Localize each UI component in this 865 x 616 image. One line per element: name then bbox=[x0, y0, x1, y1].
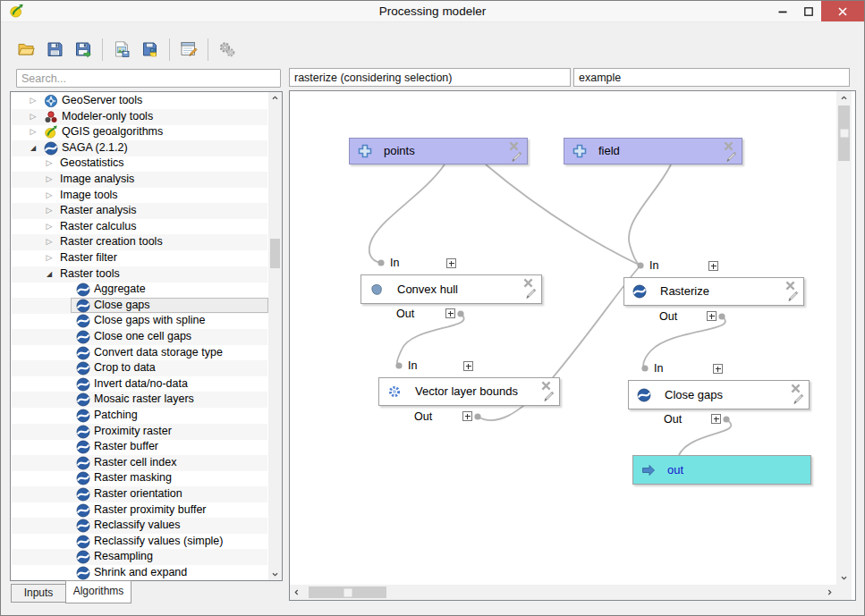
save-as-python-script-button[interactable] bbox=[139, 38, 162, 61]
chevron-right-icon[interactable] bbox=[826, 588, 834, 596]
tree-item-resampling[interactable]: Resampling bbox=[12, 549, 267, 565]
tree-item-modeler-only-tools[interactable]: ▷Modeler-only tools bbox=[12, 109, 267, 125]
tree-item-raster-cell-index[interactable]: Raster cell index bbox=[12, 455, 267, 471]
model-node-close-gaps[interactable]: Close gaps bbox=[628, 380, 810, 409]
tree-item-geoserver-tools[interactable]: ▷GeoServer tools bbox=[12, 93, 267, 109]
tree-item-close-gaps[interactable]: Close gaps bbox=[12, 298, 267, 314]
search-input[interactable] bbox=[16, 69, 281, 88]
expander-collapsed-icon[interactable]: ▷ bbox=[44, 204, 55, 217]
edit-node-icon[interactable] bbox=[525, 288, 537, 300]
tree-item-image-tools[interactable]: ▷Image tools bbox=[12, 188, 267, 204]
tab-algorithms[interactable]: Algorithms bbox=[65, 580, 131, 603]
tab-inputs[interactable]: Inputs bbox=[11, 584, 66, 603]
chevron-left-icon[interactable] bbox=[293, 588, 301, 596]
tree-item-raster-creation-tools[interactable]: ▷Raster creation tools bbox=[12, 234, 267, 250]
edit-node-icon[interactable] bbox=[725, 151, 737, 163]
tree-item-crop-to-data[interactable]: Crop to data bbox=[12, 360, 267, 376]
tree-item-raster-calculus[interactable]: ▷Raster calculus bbox=[12, 219, 267, 235]
tree-item-saga-2-1-2[interactable]: ◢SAGA (2.1.2) bbox=[12, 140, 267, 156]
chevron-up-icon[interactable] bbox=[271, 94, 279, 102]
tree-item-raster-proximity-buffer[interactable]: Raster proximity buffer bbox=[12, 502, 267, 519]
tree-item-close-one-cell-gaps[interactable]: Close one cell gaps bbox=[12, 329, 267, 345]
expander-collapsed-icon[interactable]: ▷ bbox=[28, 110, 38, 123]
save-model-button[interactable] bbox=[43, 38, 66, 61]
expander-collapsed-icon[interactable]: ▷ bbox=[28, 94, 38, 107]
delete-node-icon[interactable] bbox=[523, 278, 533, 288]
model-node-field[interactable]: field bbox=[564, 138, 742, 165]
delete-node-icon[interactable] bbox=[541, 381, 551, 391]
tree-item-aggregate[interactable]: Aggregate bbox=[12, 282, 267, 298]
tree-item-shrink-and-expand[interactable]: Shrink and expand bbox=[12, 565, 267, 581]
scrollbar-corner bbox=[836, 585, 852, 600]
tree-scrollbar-thumb[interactable] bbox=[270, 239, 280, 268]
expand-io-icon[interactable] bbox=[711, 414, 721, 424]
edit-node-icon[interactable] bbox=[787, 291, 799, 302]
tree-item-raster-buffer[interactable]: Raster buffer bbox=[12, 439, 267, 455]
expander-collapsed-icon[interactable]: ▷ bbox=[44, 173, 55, 186]
delete-node-icon[interactable] bbox=[724, 141, 734, 151]
model-node-points[interactable]: points bbox=[349, 138, 528, 165]
tree-item-proximity-raster[interactable]: Proximity raster bbox=[12, 424, 267, 440]
delete-node-icon[interactable] bbox=[509, 141, 519, 151]
edit-model-help-button[interactable] bbox=[177, 38, 200, 61]
canvas-vertical-scrollbar[interactable] bbox=[836, 91, 852, 585]
expander-collapsed-icon[interactable]: ▷ bbox=[44, 220, 55, 233]
tree-item-image-analysis[interactable]: ▷Image analysis bbox=[12, 172, 267, 188]
canvas-horizontal-scrollbar[interactable] bbox=[290, 585, 836, 600]
tree-item-raster-masking[interactable]: Raster masking bbox=[12, 470, 267, 486]
edit-node-icon[interactable] bbox=[793, 393, 804, 405]
export-as-image-button[interactable] bbox=[110, 38, 133, 61]
tree-item-convert-data-storage-type[interactable]: Convert data storage type bbox=[12, 345, 267, 361]
model-canvas[interactable]: pointsfieldInConvex hullOutInRasterizeOu… bbox=[289, 90, 856, 601]
tree-item-geostatistics[interactable]: ▷Geostatistics bbox=[12, 156, 267, 172]
tree-item-reclassify-values[interactable]: Reclassify values bbox=[12, 518, 267, 534]
save-model-as-button[interactable] bbox=[72, 38, 95, 61]
model-node-convex-hull[interactable]: Convex hull bbox=[360, 274, 542, 304]
expander-collapsed-icon[interactable]: ▷ bbox=[44, 189, 55, 202]
model-node-rasterize[interactable]: Rasterize bbox=[623, 277, 804, 306]
edit-node-icon[interactable] bbox=[511, 151, 522, 163]
tree-item-raster-orientation[interactable]: Raster orientation bbox=[12, 486, 267, 502]
expander-collapsed-icon[interactable]: ▷ bbox=[44, 156, 55, 170]
expand-io-icon[interactable] bbox=[445, 308, 455, 318]
tree-item-raster-filter[interactable]: ▷Raster filter bbox=[12, 250, 267, 266]
model-group-input[interactable] bbox=[573, 68, 850, 87]
expander-collapsed-icon[interactable]: ▷ bbox=[44, 251, 55, 265]
edit-node-icon[interactable] bbox=[543, 391, 555, 402]
canvas-hscroll-thumb[interactable] bbox=[309, 586, 386, 598]
tree-item-label: Close gaps bbox=[94, 298, 150, 314]
canvas-vscroll-thumb[interactable] bbox=[838, 105, 850, 161]
model-node-vector-layer-bounds[interactable]: Vector layer bounds bbox=[378, 377, 560, 406]
expand-io-icon[interactable] bbox=[707, 311, 717, 321]
expand-io-icon[interactable] bbox=[713, 364, 723, 374]
close-button[interactable] bbox=[821, 1, 864, 21]
tree-item-close-gaps-with-spline[interactable]: Close gaps with spline bbox=[12, 313, 267, 329]
tree-item-patching[interactable]: Patching bbox=[12, 408, 267, 424]
tree-item-raster-tools[interactable]: ◢Raster tools bbox=[12, 266, 267, 283]
expander-expanded-icon[interactable]: ◢ bbox=[28, 141, 38, 155]
tree-item-invert-data-no-data[interactable]: Invert data/no-data bbox=[12, 376, 267, 392]
expander-collapsed-icon[interactable]: ▷ bbox=[28, 125, 38, 139]
model-node-out[interactable]: out bbox=[632, 455, 811, 485]
model-name-input[interactable] bbox=[289, 68, 571, 87]
chevron-down-icon[interactable] bbox=[840, 574, 848, 582]
tree-item-raster-analysis[interactable]: ▷Raster analysis bbox=[12, 203, 267, 219]
chevron-up-icon[interactable] bbox=[840, 94, 848, 102]
tree-item-mosaic-raster-layers[interactable]: Mosaic raster layers bbox=[12, 392, 267, 408]
expander-collapsed-icon[interactable]: ▷ bbox=[44, 235, 55, 249]
tree-item-reclassify-values-simple[interactable]: Reclassify values (simple) bbox=[12, 534, 267, 550]
expand-io-icon[interactable] bbox=[463, 361, 473, 371]
tree-item-qgis-geoalgorithms[interactable]: ▷QGIS geoalgorithms bbox=[12, 124, 267, 140]
delete-node-icon[interactable] bbox=[791, 384, 801, 393]
minimize-button[interactable] bbox=[769, 1, 795, 21]
delete-node-icon[interactable] bbox=[785, 281, 795, 291]
expander-expanded-icon[interactable]: ◢ bbox=[44, 267, 55, 281]
expand-io-icon[interactable] bbox=[708, 261, 718, 271]
maximize-button[interactable] bbox=[795, 1, 821, 21]
expand-io-icon[interactable] bbox=[462, 411, 472, 421]
expand-io-icon[interactable] bbox=[446, 258, 456, 268]
tree-scrollbar[interactable] bbox=[268, 92, 282, 580]
open-model-button[interactable] bbox=[14, 38, 38, 61]
chevron-down-icon[interactable] bbox=[271, 570, 279, 578]
run-model-button[interactable] bbox=[216, 38, 239, 61]
